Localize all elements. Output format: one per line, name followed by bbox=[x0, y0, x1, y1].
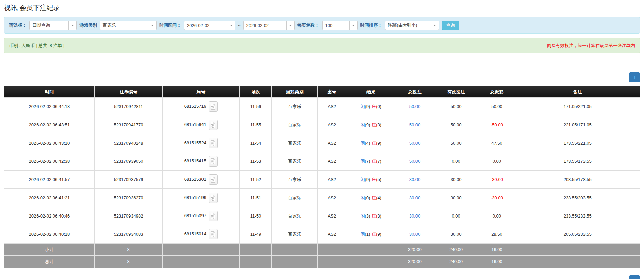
cell-valid-bet: 30.00 bbox=[434, 225, 478, 244]
cell-result: 闲(0) 庄(4) bbox=[346, 189, 396, 207]
grand-total-empty bbox=[163, 256, 239, 268]
chevron-down-icon bbox=[349, 21, 357, 30]
grand-total-empty bbox=[346, 256, 396, 268]
cell-result: 闲(9) 庄(5) bbox=[346, 171, 396, 189]
header-time: 时间 bbox=[4, 86, 95, 98]
page-1-button[interactable]: 1 bbox=[629, 72, 640, 82]
table-row: 2026-02-02 06:41:21 523170936270 6815151… bbox=[4, 189, 640, 207]
video-file-icon bbox=[210, 213, 216, 220]
chevron-down-icon bbox=[431, 21, 439, 30]
subtotal-payout: 16.00 bbox=[478, 244, 515, 256]
cell-table-no: AS2 bbox=[317, 134, 346, 152]
page-size-select[interactable]: 100 bbox=[322, 21, 358, 30]
header-bet-no: 注单编号 bbox=[94, 86, 162, 98]
subtotal-total-bet: 320.00 bbox=[396, 244, 434, 256]
page-size-label: 每页笔数： bbox=[297, 22, 319, 28]
cell-total-bet[interactable]: 50.00 bbox=[396, 98, 434, 116]
table-row: 2026-02-02 06:41:57 523170937579 6815153… bbox=[4, 171, 640, 189]
cell-round-no: 681515097 bbox=[163, 207, 239, 225]
cell-total-bet[interactable]: 30.00 bbox=[396, 225, 434, 244]
cell-total-bet[interactable]: 50.00 bbox=[396, 134, 434, 152]
table-body: 2026-02-02 06:44:18 523170942811 6815157… bbox=[4, 98, 640, 244]
cell-remark: 203.55/173.55 bbox=[515, 171, 640, 189]
video-replay-button[interactable] bbox=[209, 211, 218, 221]
video-replay-button[interactable] bbox=[209, 174, 218, 185]
date-to-select[interactable]: 2026-02-02 bbox=[243, 21, 295, 30]
subtotal-valid-bet: 240.00 bbox=[434, 244, 478, 256]
cell-valid-bet: 0.00 bbox=[434, 152, 478, 171]
cell-session: 11-52 bbox=[239, 171, 272, 189]
page-1-button[interactable]: 1 bbox=[629, 275, 640, 279]
cell-time: 2026-02-02 06:43:51 bbox=[4, 116, 95, 134]
cell-game-type: 百家乐 bbox=[272, 152, 317, 171]
chevron-down-icon bbox=[286, 21, 294, 30]
table-row: 2026-02-02 06:40:46 523170934982 6815150… bbox=[4, 207, 640, 225]
cell-bet-no: 523170939050 bbox=[94, 152, 162, 171]
cell-result: 闲(4) 庄(9) bbox=[346, 134, 396, 152]
cell-round-no: 681515524 bbox=[163, 134, 239, 152]
video-file-icon bbox=[210, 158, 216, 165]
video-replay-button[interactable] bbox=[209, 138, 218, 148]
time-sort-select[interactable]: 降冪(由大到小) bbox=[385, 21, 439, 30]
video-file-icon bbox=[210, 122, 216, 128]
subtotal-empty bbox=[272, 244, 317, 256]
subtotal-empty bbox=[239, 244, 272, 256]
summary-bar: 币别 : 人民币 | 总共 :8 注单 | 同局有效投注，统一计算在该局第一张注… bbox=[4, 38, 640, 53]
cell-total-bet[interactable]: 30.00 bbox=[396, 171, 434, 189]
date-from-select[interactable]: 2026-02-02 bbox=[184, 21, 235, 30]
header-game-type: 游戏类别 bbox=[272, 86, 317, 98]
game-type-label: 游戏类别 bbox=[79, 22, 97, 28]
cell-remark: 233.55/233.55 bbox=[515, 207, 640, 225]
time-sort-value: 降冪(由大到小) bbox=[385, 22, 431, 28]
cell-valid-bet: 30.00 bbox=[434, 171, 478, 189]
cell-total-bet[interactable]: 50.00 bbox=[396, 152, 434, 171]
pagination-top: 1 bbox=[4, 72, 640, 82]
range-separator: ~ bbox=[238, 23, 241, 28]
cell-total-bet[interactable]: 30.00 bbox=[396, 207, 434, 225]
query-type-value: 日期查询 bbox=[30, 22, 68, 28]
video-replay-button[interactable] bbox=[209, 120, 218, 130]
cell-total-bet[interactable]: 30.00 bbox=[396, 189, 434, 207]
video-replay-button[interactable] bbox=[209, 193, 218, 203]
cell-total-bet[interactable]: 50.00 bbox=[396, 116, 434, 134]
cell-game-type: 百家乐 bbox=[272, 116, 317, 134]
cell-round-no: 681515301 bbox=[163, 171, 239, 189]
cell-payout: -30.00 bbox=[478, 189, 515, 207]
cell-table-no: AS2 bbox=[317, 207, 346, 225]
filter-bar: 请选择： 日期查询 游戏类别 百家乐 时间区间： 2026-02-02 ~ 20… bbox=[4, 17, 640, 34]
header-total-bet: 总投注 bbox=[396, 86, 434, 98]
grand-total-empty bbox=[515, 256, 640, 268]
game-type-select[interactable]: 百家乐 bbox=[100, 21, 157, 30]
video-replay-button[interactable] bbox=[209, 229, 218, 239]
grand-total-empty bbox=[239, 256, 272, 268]
cell-game-type: 百家乐 bbox=[272, 98, 317, 116]
query-type-select[interactable]: 日期查询 bbox=[29, 21, 77, 30]
video-replay-button[interactable] bbox=[209, 156, 218, 167]
cell-result: 闲(9) 庄(3) bbox=[346, 116, 396, 134]
query-button[interactable]: 查询 bbox=[442, 21, 459, 30]
video-file-icon bbox=[210, 103, 216, 110]
grand-total-empty bbox=[272, 256, 317, 268]
cell-time: 2026-02-02 06:40:18 bbox=[4, 225, 95, 244]
video-replay-button[interactable] bbox=[209, 101, 218, 112]
cell-session: 11-49 bbox=[239, 225, 272, 244]
video-file-icon bbox=[210, 140, 216, 147]
cell-time: 2026-02-02 06:41:21 bbox=[4, 189, 95, 207]
cell-round-no: 681515014 bbox=[163, 225, 239, 244]
header-result: 结果 bbox=[346, 86, 396, 98]
cell-game-type: 百家乐 bbox=[272, 134, 317, 152]
grand-total-total-bet: 320.00 bbox=[396, 256, 434, 268]
header-remark: 备注 bbox=[515, 86, 640, 98]
table-row: 2026-02-02 06:42:38 523170939050 6815154… bbox=[4, 152, 640, 171]
cell-bet-no: 523170940248 bbox=[94, 134, 162, 152]
cell-payout: -30.00 bbox=[478, 171, 515, 189]
cell-remark: 173.55/173.55 bbox=[515, 152, 640, 171]
table-row: 2026-02-02 06:44:18 523170942811 6815157… bbox=[4, 98, 640, 116]
video-file-icon bbox=[210, 231, 216, 238]
subtotal-empty bbox=[317, 244, 346, 256]
header-session: 场次 bbox=[239, 86, 272, 98]
cell-valid-bet: 0.00 bbox=[434, 207, 478, 225]
valid-bet-note: 同局有效投注，统一计算在该局第一张注单内 bbox=[547, 43, 635, 49]
cell-payout: 0.00 bbox=[478, 152, 515, 171]
cell-time: 2026-02-02 06:40:46 bbox=[4, 207, 95, 225]
